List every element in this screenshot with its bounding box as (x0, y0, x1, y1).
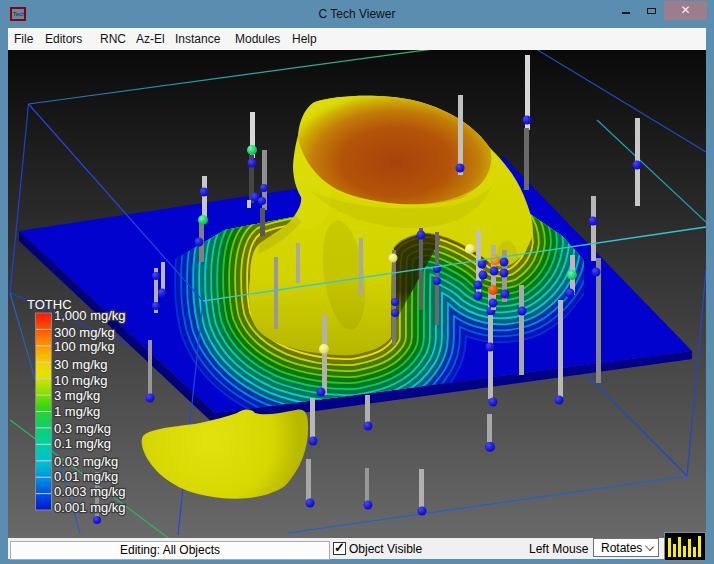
svg-text:0.001 mg/kg: 0.001 mg/kg (54, 500, 126, 515)
svg-text:1,000 mg/kg: 1,000 mg/kg (54, 308, 126, 323)
svg-text:300 mg/kg: 300 mg/kg (54, 325, 115, 340)
svg-text:0.03 mg/kg: 0.03 mg/kg (54, 454, 118, 469)
svg-text:10 mg/kg: 10 mg/kg (54, 373, 107, 388)
svg-text:3 mg/kg: 3 mg/kg (54, 388, 100, 403)
svg-text:0.01 mg/kg: 0.01 mg/kg (54, 469, 118, 484)
svg-text:0.1 mg/kg: 0.1 mg/kg (54, 436, 111, 451)
svg-text:1 mg/kg: 1 mg/kg (54, 404, 100, 419)
svg-text:0.003 mg/kg: 0.003 mg/kg (54, 484, 126, 499)
svg-text:100 mg/kg: 100 mg/kg (54, 339, 115, 354)
svg-text:30 mg/kg: 30 mg/kg (54, 357, 107, 372)
svg-text:0.3 mg/kg: 0.3 mg/kg (54, 421, 111, 436)
